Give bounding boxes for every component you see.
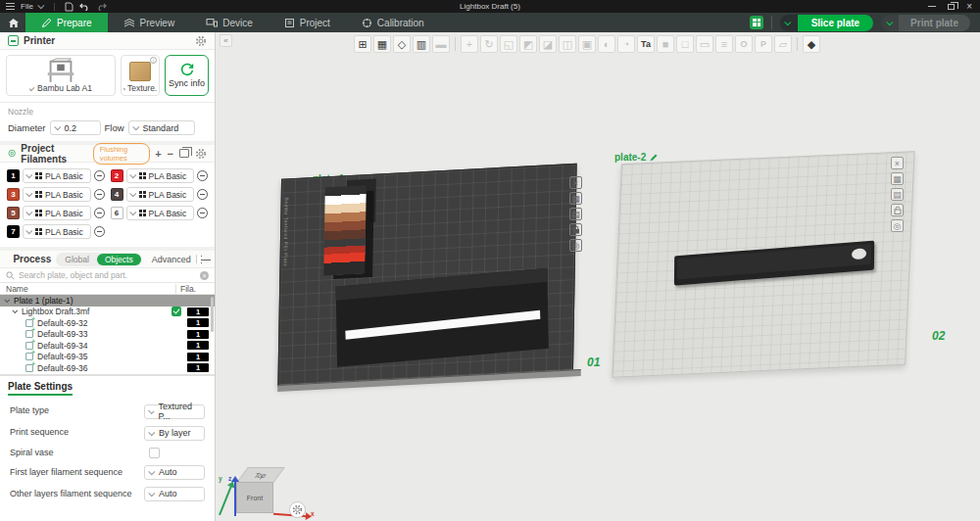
merge-icon[interactable]: ▬: [432, 35, 450, 53]
other-layers-sequence-select[interactable]: Auto: [144, 487, 205, 501]
remove-filament-button[interactable]: −: [168, 148, 173, 160]
printer-settings-gear-icon[interactable]: [195, 35, 207, 47]
tab-prepare[interactable]: Prepare: [25, 13, 108, 32]
plate-settings-tab[interactable]: Plate Settings: [0, 375, 215, 399]
tab-preview[interactable]: Preview: [108, 13, 191, 32]
filament-edit-icon[interactable]: [94, 189, 105, 200]
filament-select[interactable]: PLA Basic: [126, 206, 195, 220]
rotate-icon[interactable]: ↻: [480, 35, 498, 53]
undo-icon[interactable]: [79, 2, 90, 11]
color-paint-icon[interactable]: ◐: [598, 35, 615, 53]
clone-icon[interactable]: O: [735, 35, 753, 53]
minimize-button[interactable]: [928, 6, 936, 7]
3d-viewport[interactable]: « ⊞ ▦ ◇ ▥ ▬ + ↻ ◱ ◩ ◪ ◫ ▣ ◐ ◔ Ta ■ □ ▭ ≡…: [217, 32, 980, 521]
filament-edit-icon[interactable]: [197, 189, 208, 200]
print-plate-button[interactable]: Print plate: [881, 15, 970, 31]
plate-settings-icon[interactable]: ▤: [569, 208, 582, 220]
slice-plate-button[interactable]: Slice plate: [780, 15, 873, 31]
filament-assignment-badge[interactable]: 1: [187, 353, 209, 361]
add-plate-icon[interactable]: ▦: [373, 35, 391, 53]
split-parts-icon[interactable]: ▣: [578, 35, 596, 53]
toggle-objects[interactable]: Objects: [97, 254, 141, 265]
measure-icon[interactable]: ▭: [696, 35, 713, 53]
filament-select[interactable]: PLA Basic: [23, 168, 91, 183]
tree-row-plate[interactable]: Plate 1 (plate-1): [0, 295, 215, 307]
plate-type-select[interactable]: Textured P...: [144, 404, 205, 419]
model-lightbox-lid[interactable]: [674, 240, 874, 285]
filament-assignment-badge[interactable]: 1: [187, 341, 209, 350]
model-color-tower[interactable]: [323, 185, 367, 275]
scale-icon[interactable]: ◱: [500, 35, 517, 53]
chevron-down-icon[interactable]: [37, 2, 44, 9]
arrange-icon[interactable]: ▥: [413, 35, 430, 53]
file-menu[interactable]: File: [21, 2, 33, 11]
restore-button[interactable]: [948, 4, 955, 10]
plate2-name-label[interactable]: plate-2: [614, 152, 659, 163]
place-on-face-icon[interactable]: ◩: [519, 35, 537, 53]
spiral-vase-checkbox[interactable]: [149, 448, 160, 458]
delete-plate-icon[interactable]: ×: [569, 176, 582, 189]
filament-edit-icon[interactable]: [197, 208, 208, 218]
nav-cube-top-face[interactable]: Top: [236, 467, 285, 483]
plate-settings-icon[interactable]: ▤: [891, 188, 904, 201]
scene-settings-button[interactable]: [289, 501, 306, 518]
filament-assignment-badge[interactable]: 1: [187, 308, 209, 316]
filament-select[interactable]: PLA Basic: [23, 187, 91, 202]
arrange-plate-icon[interactable]: ▦: [891, 172, 904, 185]
new-project-icon[interactable]: [65, 2, 74, 12]
collapse-sidebar-icon[interactable]: «: [220, 34, 232, 47]
assembly-view-icon[interactable]: ◆: [803, 35, 820, 53]
file-menu-icon[interactable]: [6, 3, 15, 10]
tab-project[interactable]: Project: [269, 13, 346, 32]
primitive-icon[interactable]: P: [755, 35, 772, 53]
close-button[interactable]: ×: [966, 3, 972, 11]
build-plate-2[interactable]: [612, 151, 914, 378]
nozzle-diameter-select[interactable]: 0.2: [50, 120, 101, 135]
support-paint-icon[interactable]: ◔: [617, 35, 635, 53]
tree-row-object[interactable]: Default-69-36 1: [0, 362, 215, 374]
filament-select[interactable]: PLA Basic: [23, 224, 91, 239]
plate-marker-icon[interactable]: ◎: [569, 239, 582, 252]
filament-edit-icon[interactable]: [94, 208, 105, 218]
filament-select[interactable]: PLA Basic: [126, 168, 195, 183]
tab-calibration[interactable]: Calibration: [346, 13, 440, 32]
edit-plate-name-icon[interactable]: [649, 153, 659, 163]
filament-edit-icon[interactable]: [94, 226, 105, 237]
eraser-icon[interactable]: ▱: [774, 35, 792, 53]
toggle-global[interactable]: Global: [57, 254, 97, 265]
filament-assignment-badge[interactable]: 1: [187, 330, 209, 339]
filament-select[interactable]: PLA Basic: [23, 206, 91, 220]
tree-scrollbar[interactable]: [211, 297, 214, 332]
nav-cube-front-face[interactable]: Front: [236, 482, 273, 513]
model-lightbox-base[interactable]: [336, 268, 549, 367]
text-tool-icon[interactable]: Ta: [637, 35, 655, 53]
variable-layer-height-icon[interactable]: ≡: [715, 35, 733, 53]
filament-edit-icon[interactable]: [197, 170, 208, 181]
split-objects-icon[interactable]: ◫: [559, 35, 576, 53]
global-objects-toggle[interactable]: Global Objects: [56, 253, 141, 266]
build-plate-1[interactable]: Bambu Textured PEI Plate: [277, 164, 576, 387]
sync-filament-list-icon[interactable]: [179, 149, 189, 158]
chevron-down-icon[interactable]: [4, 297, 10, 303]
plate-marker-icon[interactable]: ◎: [891, 219, 904, 232]
slicer-settings-icon[interactable]: [750, 16, 763, 29]
first-layer-sequence-select[interactable]: Auto: [144, 465, 205, 480]
checkbox-checked-icon[interactable]: [172, 307, 181, 316]
print-options-icon[interactable]: [881, 15, 899, 31]
filament-assignment-badge[interactable]: 1: [187, 363, 209, 372]
nozzle-flow-select[interactable]: Standard: [128, 120, 195, 135]
sync-info-button[interactable]: Sync info: [165, 55, 209, 96]
cut-icon[interactable]: ◪: [539, 35, 557, 53]
flushing-volumes-button[interactable]: Flushing volumes: [93, 143, 150, 165]
add-filament-button[interactable]: +: [155, 148, 161, 160]
filament-select[interactable]: PLA Basic: [126, 187, 195, 202]
printer-select[interactable]: Bambu Lab A1: [6, 55, 116, 96]
add-object-icon[interactable]: ⊞: [354, 35, 371, 53]
seam-paint-icon[interactable]: ■: [657, 35, 674, 53]
filament-settings-gear-icon[interactable]: [195, 148, 207, 160]
tab-device[interactable]: Device: [190, 13, 269, 32]
bed-type-select[interactable]: i Texture...: [121, 55, 160, 96]
filament-edit-icon[interactable]: [94, 170, 105, 181]
print-sequence-select[interactable]: By layer: [144, 426, 205, 441]
arrange-plate-icon[interactable]: ▦: [569, 192, 582, 205]
